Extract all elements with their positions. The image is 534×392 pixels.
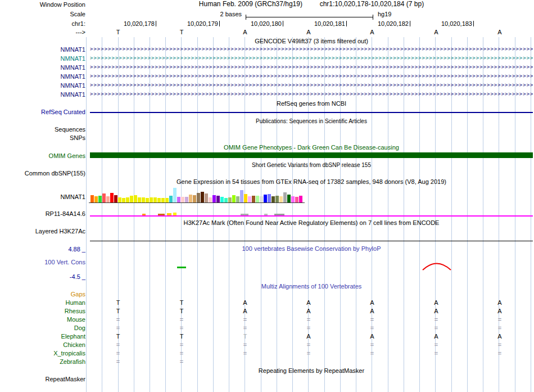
track-label-rp11[interactable]: RP11-84A14.6 [0,210,85,218]
gtex-bar[interactable] [146,198,149,202]
gencode-gene-arrow-row[interactable]: >>>>>>>>>>>>>>>>>>>>>>>>>>>>>>>>>>>>>>>>… [90,46,533,53]
gtex-bar[interactable] [122,198,125,202]
gtex-bar[interactable] [268,194,271,202]
gtex-bar[interactable] [169,196,173,202]
multiz-row-label[interactable]: Rhesus [0,308,85,315]
gtex-bar[interactable] [114,195,117,202]
gtex-bar[interactable] [291,196,295,202]
multiz-row-label[interactable]: Chicken [0,341,85,349]
track-label-phylop[interactable]: 100 Vert. Cons [0,259,85,266]
gtex-bar[interactable] [181,197,184,202]
multiz-row-label[interactable]: Zebrafish [0,358,85,366]
gencode-gene-arrow-row[interactable]: >>>>>>>>>>>>>>>>>>>>>>>>>>>>>>>>>>>>>>>>… [90,55,533,62]
gencode-gene-arrow-row[interactable]: >>>>>>>>>>>>>>>>>>>>>>>>>>>>>>>>>>>>>>>>… [90,82,533,89]
gtex-bar[interactable] [256,196,259,202]
multiz-row-label[interactable]: X_tropicalis [0,350,85,357]
gtex-bar[interactable] [212,195,216,202]
track-label-repeatmasker[interactable]: RepeatMasker [0,376,85,383]
refseq-curated-item[interactable] [90,112,533,113]
gtex-bar[interactable] [201,192,204,202]
gtex-bar[interactable] [118,197,121,202]
track-label-sequences[interactable]: Sequences [0,126,85,133]
gencode-gene-label[interactable]: NMNAT1 [0,46,85,53]
gtex-bar[interactable] [240,190,243,202]
track-title-phylop[interactable]: 100 vertebrates Basewise Conservation by… [90,245,533,253]
gtex-bar[interactable] [106,196,110,202]
gencode-gene-arrow-row[interactable]: >>>>>>>>>>>>>>>>>>>>>>>>>>>>>>>>>>>>>>>>… [90,64,533,71]
gencode-gene-label[interactable]: NMNAT1 [0,91,85,98]
gtex-bar[interactable] [209,197,212,202]
gencode-gene-label[interactable]: NMNAT1 [0,64,85,71]
gtex-bar[interactable] [185,197,188,202]
gtex-bar[interactable] [138,197,141,202]
track-title-dbsnp[interactable]: Short Genetic Variants from dbSNP releas… [90,161,533,169]
track-title-omim[interactable]: OMIM Gene Phenotypes - Dark Green Can Be… [90,144,533,151]
multiz-row-label[interactable]: Dog [0,325,85,332]
multiz-row-label[interactable]: Human [0,299,85,307]
multiz-row-label[interactable]: Mouse [0,316,85,323]
gencode-gene-arrow-row[interactable]: >>>>>>>>>>>>>>>>>>>>>>>>>>>>>>>>>>>>>>>>… [90,91,533,98]
gtex-bar[interactable] [153,197,157,202]
multiz-row-label[interactable]: Elephant [0,333,85,340]
gtex-bar[interactable] [299,196,302,202]
gencode-gene-label[interactable]: NMNAT1 [0,82,85,89]
gtex-bar[interactable] [295,197,298,202]
gtex-bar[interactable] [150,197,153,202]
ruler-tick [219,21,220,26]
gtex-bar[interactable] [252,196,255,202]
track-title-repeatmasker[interactable]: Repeating Elements by RepeatMasker [90,367,533,375]
track-title-refseq[interactable]: RefSeq genes from NCBI [90,100,533,107]
gtex-bar[interactable] [248,196,251,202]
gtex-bar[interactable] [264,195,267,202]
gtex-bar[interactable] [90,195,94,202]
gtex-bar[interactable] [161,198,165,202]
gtex-bar[interactable] [173,188,177,202]
gtex-bar[interactable] [236,196,239,202]
track-label-gtex-nmnat1[interactable]: NMNAT1 [0,193,85,201]
gtex-bar[interactable] [228,197,232,202]
gtex-bar[interactable] [205,193,208,202]
track-label-snps[interactable]: SNPs [0,134,85,142]
gtex-bar[interactable] [110,193,114,202]
gtex-bar[interactable] [260,196,263,202]
gencode-gene-arrow-row[interactable]: >>>>>>>>>>>>>>>>>>>>>>>>>>>>>>>>>>>>>>>>… [90,73,533,80]
gtex-bar[interactable] [271,196,275,202]
gtex-bar[interactable] [177,197,180,202]
gtex-bar[interactable] [275,196,279,202]
omim-gene-item[interactable] [90,152,533,158]
gtex-bar[interactable] [232,195,236,202]
track-title-gtex[interactable]: Gene Expression in 54 tissues from GTEx … [90,178,533,186]
multiz-row-label[interactable]: Gaps [0,291,85,298]
gtex-bar[interactable] [279,196,283,202]
gtex-bar[interactable] [224,198,228,202]
gtex-bar[interactable] [220,197,224,202]
gtex-bar[interactable] [102,193,106,202]
gtex-bar[interactable] [287,195,291,202]
track-label-dbsnp[interactable]: Common dbSNP(155) [0,170,85,177]
gtex-bar[interactable] [134,195,137,202]
track-title-publications[interactable]: Publications: Sequences in Scientific Ar… [90,118,533,125]
gencode-gene-label[interactable]: NMNAT1 [0,73,85,80]
gtex-bar[interactable] [193,195,196,202]
gtex-bar[interactable] [216,196,220,202]
track-title-h3k27ac[interactable]: H3K27Ac Mark (Often Found Near Active Re… [90,219,533,227]
rp11-item-line[interactable] [90,215,533,217]
track-label-refseq-curated[interactable]: RefSeq Curated [0,109,85,116]
gtex-bar[interactable] [189,195,192,202]
track-label-omim-genes[interactable]: OMIM Genes [0,152,85,160]
gencode-gene-label[interactable]: NMNAT1 [0,55,85,62]
rp11-expression-mark [142,214,146,215]
gtex-bar[interactable] [283,192,287,202]
gtex-bar[interactable] [197,193,200,202]
gtex-bar[interactable] [142,197,145,202]
gtex-bar[interactable] [126,197,129,202]
track-title-multiz[interactable]: Multiz Alignments of 100 Vertebrates [90,283,533,290]
gtex-bar[interactable] [165,198,169,202]
gtex-bar[interactable] [130,196,133,202]
gtex-bar[interactable] [157,198,161,202]
gtex-bar[interactable] [98,196,102,202]
gtex-bar[interactable] [94,196,98,202]
gtex-bar[interactable] [244,194,247,202]
track-label-h3k27ac[interactable]: Layered H3K27Ac [0,228,85,235]
track-title-gencode[interactable]: GENCODE V49lift37 (3 items filtered out) [90,38,533,45]
